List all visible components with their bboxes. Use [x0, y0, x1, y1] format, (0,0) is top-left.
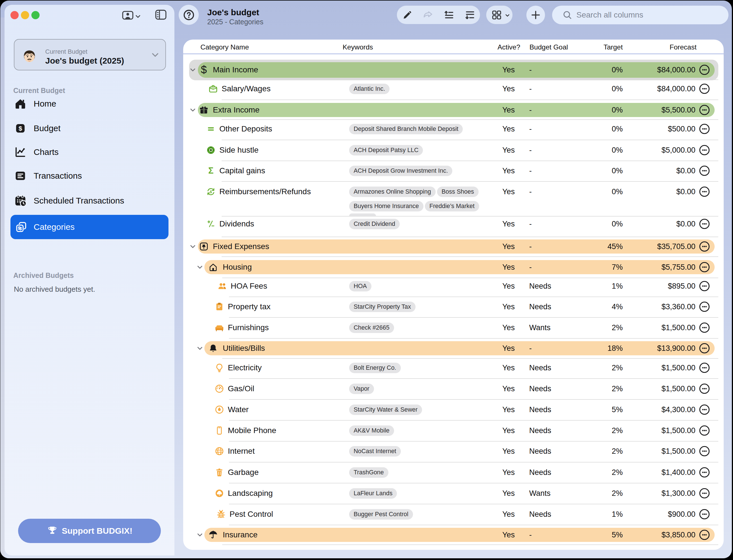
svg-text:$: $: [210, 190, 212, 194]
svg-text:$: $: [19, 125, 22, 132]
